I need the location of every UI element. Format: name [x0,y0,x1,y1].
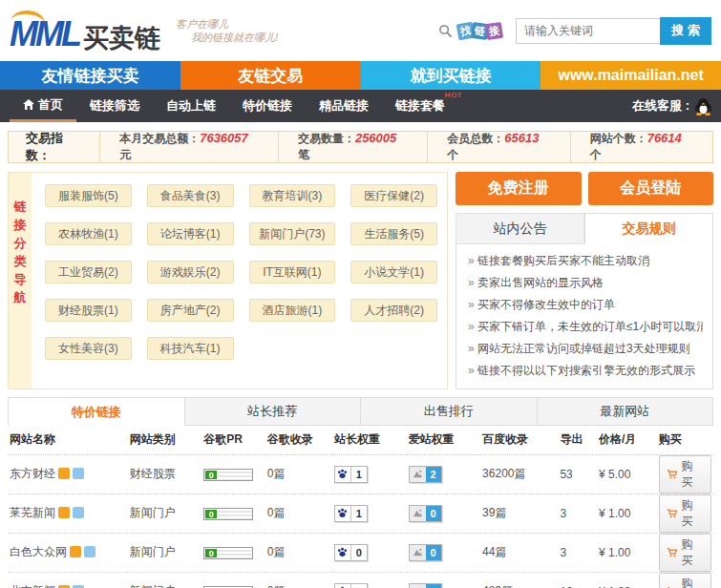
rule-item[interactable]: 链接不得以以下对搜索引擎无效的形式展示 [468,360,703,382]
category-item[interactable]: 房产地产(2) [147,299,234,322]
buy-button[interactable]: 购买 [659,534,711,572]
category-item[interactable]: 酒店旅游(1) [249,299,336,322]
category-item[interactable]: 财经股票(1) [45,299,132,322]
table-row: 东方财经 财经股票 0 0篇 1 2 36200篇 53 ¥ 5.00 购买 [8,454,713,494]
col-chinaz-weight: 站长权重 [332,426,407,454]
stat-trade-count: 交易数量：256005 笔 [278,131,427,163]
paw-icon [337,508,348,518]
online-service: 在线客服 : [632,90,711,122]
nav-item-premium-links[interactable]: 精品链接 [306,90,382,122]
col-google-pr: 谷歌PR [201,426,265,454]
category-item[interactable]: 人才招聘(2) [350,299,437,322]
search-icon [438,24,453,38]
stat-label: 网站个数： [590,132,647,145]
site-name-link[interactable]: 白色大众网 [10,545,67,558]
buy-label: 购买 [682,576,704,588]
register-button[interactable]: 免费注册 [456,172,582,205]
tab-trade-rules[interactable]: 交易规则 [584,213,713,244]
category-item[interactable]: 教育培训(3) [249,184,336,207]
stat-value: 256005 [355,131,396,145]
category-item[interactable]: 游戏娱乐(2) [147,261,234,284]
nav-item-label: 链接套餐 [395,97,445,115]
stat-label: 交易数量： [298,132,355,145]
category-item[interactable]: 生活服务(5) [350,222,437,245]
google-pr-bar: 0 [203,469,253,481]
banner-site-url[interactable]: www.maimailian.net [541,61,721,90]
banner-friend-links[interactable]: 友情链接买卖 [0,61,180,90]
promo-badge-icon [58,468,70,479]
chinaz-value: 1 [351,467,367,482]
google-indexed: 0篇 [265,533,332,572]
nav-item-link-filter[interactable]: 链接筛选 [76,90,153,122]
login-button[interactable]: 会员登陆 [588,172,714,205]
tab-special-links[interactable]: 特价链接 [8,397,185,426]
site-name-link[interactable]: 东方财经 [10,467,55,480]
category-item[interactable]: IT互联网(1) [249,261,336,284]
google-pr-bar: 0 [203,508,253,520]
stat-member-count: 会员总数：65613 个 [427,131,569,163]
rule-item[interactable]: 链接套餐购买后买家不能主动取消 [468,250,703,272]
category-item[interactable]: 工业贸易(2) [45,261,132,284]
site-category: 新闻门户 [128,533,202,572]
nav-item-link-packages[interactable]: 链接套餐 HOT [382,90,458,122]
home-icon [23,99,34,110]
rule-item[interactable]: 买家下错订单，未生效的订单≤1小时可以取消 [468,316,703,338]
banner-link-trade[interactable]: 友链交易 [180,61,361,90]
site-name-link[interactable]: 北京新闻 [10,584,55,588]
chinaz-weight-badge: 0 [334,544,368,561]
tab-webmaster-picks[interactable]: 站长推荐 [185,397,362,426]
category-item[interactable]: 食品美食(3) [147,184,234,207]
nav-item-auto-link[interactable]: 自动上链 [153,90,229,122]
buy-button[interactable]: 购买 [659,494,711,533]
notice-tabs: 站内公告 交易规则 [456,213,713,244]
google-indexed: 0篇 [265,572,332,588]
pr-value: 0 [205,549,217,557]
stat-unit: 个 [447,148,458,161]
category-item[interactable]: 医疗保健(2) [350,184,437,207]
category-item[interactable]: 科技汽车(1) [147,337,234,360]
col-site-name: 网站名称 [8,426,128,454]
rule-item[interactable]: 卖家出售网站的显示风格 [468,272,703,294]
nav-item-home[interactable]: 首页 [10,90,76,122]
tab-announcements[interactable]: 站内公告 [456,213,584,244]
stat-value: 7636057 [200,131,248,145]
buy-button[interactable]: 购买 [659,455,711,494]
export-count: 3 [558,533,597,572]
category-item[interactable]: 小说文学(1) [350,261,437,284]
link-badge-icon [73,507,84,518]
rule-item[interactable]: 买家不得修改生效中的订单 [468,294,703,316]
buy-label: 购买 [682,536,704,569]
site-header: MML 买卖链 客户在哪儿 我的链接就在哪儿! 找 链 接 搜 索 [0,0,721,61]
stat-monthly-total: 本月交易总额：7636057 元 [99,131,278,163]
market-tabs: 特价链接 站长推荐 出售排行 最新网站 [8,397,713,426]
cart-icon [667,469,678,480]
search-input[interactable] [516,18,661,44]
buy-button[interactable]: 购买 [659,573,711,588]
qq-penguin-icon[interactable] [695,97,711,116]
category-item[interactable]: 女性美容(3) [45,337,132,360]
market-section: 特价链接 站长推荐 出售排行 最新网站 网站名称 网站类别 谷歌PR 谷歌收录 … [8,397,713,588]
search-button[interactable]: 搜 索 [660,17,711,45]
price-per-month: ¥ 5.00 [597,454,657,494]
category-side-label: 链接分类导航 [9,173,32,388]
aizhan-value: 2 [426,467,441,482]
nav-item-special-links[interactable]: 特价链接 [229,90,306,122]
chinaz-value: 0 [351,545,367,560]
site-category: 财经股票 [128,454,202,494]
site-name-link[interactable]: 莱芜新闻 [10,506,55,519]
logo-site-name: 买卖链 [83,26,160,52]
rule-item[interactable]: 网站无法正常访问或掉链超过3天处理规则 [468,338,703,360]
pr-value: 0 [205,510,217,518]
site-logo[interactable]: MML 买卖链 [10,10,160,52]
banner-buy-links[interactable]: 就到买链接 [361,61,541,90]
aizhan-weight-badge: 0 [409,505,442,522]
category-item[interactable]: 农林牧渔(1) [45,222,132,245]
site-category: 新闻门户 [128,494,202,533]
tab-sales-ranking[interactable]: 出售排行 [361,397,538,426]
col-google-indexed: 谷歌收录 [265,426,332,454]
category-item[interactable]: 新闻门户(73) [249,222,336,245]
category-item[interactable]: 论坛博客(1) [147,222,234,245]
col-site-category: 网站类别 [128,426,202,454]
tab-newest-sites[interactable]: 最新网站 [538,397,714,426]
category-item[interactable]: 服装服饰(5) [45,184,132,207]
